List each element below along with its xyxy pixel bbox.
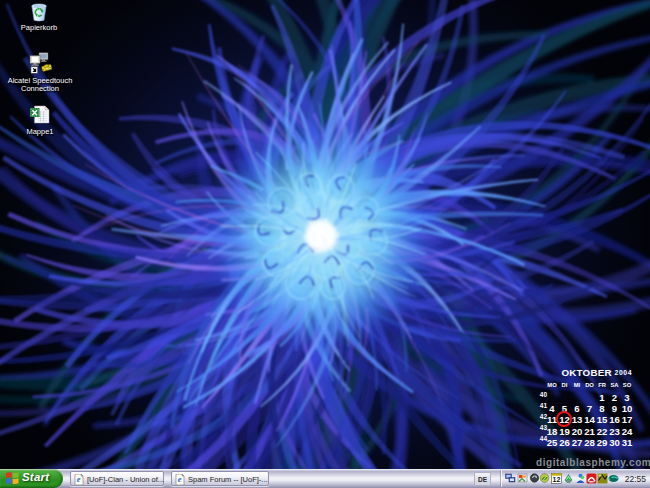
svg-text:12: 12 [553,476,561,483]
svg-text:e: e [77,474,81,484]
svg-text:e: e [178,474,182,484]
